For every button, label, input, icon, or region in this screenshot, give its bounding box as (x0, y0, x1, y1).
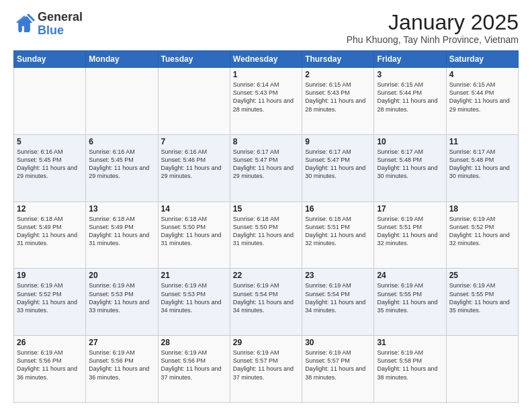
day-number: 13 (89, 204, 154, 214)
column-header-sunday: Sunday (14, 51, 86, 68)
calendar-cell: 25Sunrise: 6:19 AM Sunset: 5:55 PM Dayli… (446, 269, 518, 336)
day-number: 11 (449, 137, 515, 146)
day-number: 3 (377, 70, 443, 79)
day-info: Sunrise: 6:18 AM Sunset: 5:50 PM Dayligh… (161, 215, 227, 248)
calendar-cell: 22Sunrise: 6:19 AM Sunset: 5:54 PM Dayli… (230, 269, 302, 336)
day-info: Sunrise: 6:15 AM Sunset: 5:44 PM Dayligh… (449, 81, 515, 113)
day-number: 18 (449, 204, 515, 214)
calendar-week-row: 12Sunrise: 6:18 AM Sunset: 5:49 PM Dayli… (14, 201, 519, 269)
day-number: 17 (377, 204, 443, 214)
day-number: 6 (89, 137, 154, 146)
title-block: January 2025 Phu Khuong, Tay Ninh Provin… (347, 11, 519, 45)
calendar-cell: 17Sunrise: 6:19 AM Sunset: 5:51 PM Dayli… (374, 201, 446, 269)
calendar-cell: 9Sunrise: 6:17 AM Sunset: 5:47 PM Daylig… (302, 134, 374, 201)
calendar-cell: 18Sunrise: 6:19 AM Sunset: 5:52 PM Dayli… (446, 201, 518, 269)
calendar-cell: 28Sunrise: 6:19 AM Sunset: 5:56 PM Dayli… (158, 336, 230, 403)
logo: General Blue (13, 11, 83, 38)
day-number: 25 (449, 271, 515, 280)
column-header-thursday: Thursday (302, 51, 374, 68)
calendar-cell: 16Sunrise: 6:18 AM Sunset: 5:51 PM Dayli… (302, 201, 374, 269)
calendar-cell: 30Sunrise: 6:19 AM Sunset: 5:57 PM Dayli… (302, 336, 374, 403)
day-number: 22 (233, 271, 299, 280)
day-number: 31 (377, 338, 443, 347)
day-number: 28 (161, 338, 227, 347)
calendar-cell: 11Sunrise: 6:17 AM Sunset: 5:48 PM Dayli… (446, 134, 518, 201)
day-info: Sunrise: 6:16 AM Sunset: 5:45 PM Dayligh… (17, 148, 83, 181)
column-header-tuesday: Tuesday (158, 51, 230, 68)
calendar-cell: 3Sunrise: 6:15 AM Sunset: 5:44 PM Daylig… (374, 68, 446, 135)
calendar-cell: 7Sunrise: 6:16 AM Sunset: 5:46 PM Daylig… (158, 134, 230, 201)
day-info: Sunrise: 6:15 AM Sunset: 5:44 PM Dayligh… (377, 81, 443, 113)
logo-blue: Blue (38, 24, 64, 37)
calendar-cell: 27Sunrise: 6:19 AM Sunset: 5:56 PM Dayli… (86, 336, 158, 403)
calendar-cell: 4Sunrise: 6:15 AM Sunset: 5:44 PM Daylig… (446, 68, 518, 135)
calendar-cell: 24Sunrise: 6:19 AM Sunset: 5:55 PM Dayli… (374, 269, 446, 336)
day-number: 9 (305, 137, 371, 146)
calendar-table: SundayMondayTuesdayWednesdayThursdayFrid… (13, 50, 519, 403)
location: Phu Khuong, Tay Ninh Province, Vietnam (347, 34, 519, 45)
day-number: 20 (89, 271, 154, 280)
day-info: Sunrise: 6:16 AM Sunset: 5:46 PM Dayligh… (161, 148, 227, 181)
calendar-cell: 21Sunrise: 6:19 AM Sunset: 5:53 PM Dayli… (158, 269, 230, 336)
calendar-week-row: 26Sunrise: 6:19 AM Sunset: 5:56 PM Dayli… (14, 336, 519, 403)
day-info: Sunrise: 6:16 AM Sunset: 5:45 PM Dayligh… (89, 148, 154, 181)
calendar-cell: 29Sunrise: 6:19 AM Sunset: 5:57 PM Dayli… (230, 336, 302, 403)
day-info: Sunrise: 6:19 AM Sunset: 5:53 PM Dayligh… (161, 281, 227, 314)
column-header-friday: Friday (374, 51, 446, 68)
day-number: 4 (449, 70, 515, 79)
calendar-week-row: 5Sunrise: 6:16 AM Sunset: 5:45 PM Daylig… (14, 134, 519, 201)
page: General Blue January 2025 Phu Khuong, Ta… (0, 0, 532, 411)
day-number: 26 (17, 338, 83, 347)
day-number: 7 (161, 137, 227, 146)
day-info: Sunrise: 6:19 AM Sunset: 5:57 PM Dayligh… (233, 349, 299, 381)
calendar-cell (14, 68, 86, 135)
logo-icon (13, 13, 35, 35)
day-number: 30 (305, 338, 371, 347)
calendar-header-row: SundayMondayTuesdayWednesdayThursdayFrid… (14, 51, 519, 68)
day-info: Sunrise: 6:19 AM Sunset: 5:56 PM Dayligh… (89, 349, 154, 381)
calendar-cell: 6Sunrise: 6:16 AM Sunset: 5:45 PM Daylig… (86, 134, 158, 201)
calendar-cell (446, 336, 518, 403)
calendar-cell: 5Sunrise: 6:16 AM Sunset: 5:45 PM Daylig… (14, 134, 86, 201)
day-info: Sunrise: 6:18 AM Sunset: 5:49 PM Dayligh… (17, 215, 83, 248)
column-header-wednesday: Wednesday (230, 51, 302, 68)
day-info: Sunrise: 6:18 AM Sunset: 5:49 PM Dayligh… (89, 215, 154, 248)
calendar-cell: 2Sunrise: 6:15 AM Sunset: 5:43 PM Daylig… (302, 68, 374, 135)
day-number: 19 (17, 271, 83, 280)
calendar-cell (86, 68, 158, 135)
calendar-cell: 10Sunrise: 6:17 AM Sunset: 5:48 PM Dayli… (374, 134, 446, 201)
day-info: Sunrise: 6:19 AM Sunset: 5:51 PM Dayligh… (377, 215, 443, 248)
calendar-cell: 23Sunrise: 6:19 AM Sunset: 5:54 PM Dayli… (302, 269, 374, 336)
day-info: Sunrise: 6:19 AM Sunset: 5:54 PM Dayligh… (233, 281, 299, 314)
logo-text-block: General Blue (38, 11, 83, 38)
calendar-cell: 1Sunrise: 6:14 AM Sunset: 5:43 PM Daylig… (230, 68, 302, 135)
day-info: Sunrise: 6:17 AM Sunset: 5:47 PM Dayligh… (305, 148, 371, 181)
day-info: Sunrise: 6:17 AM Sunset: 5:47 PM Dayligh… (233, 148, 299, 181)
column-header-saturday: Saturday (446, 51, 518, 68)
calendar-cell: 14Sunrise: 6:18 AM Sunset: 5:50 PM Dayli… (158, 201, 230, 269)
day-number: 2 (305, 70, 371, 79)
calendar-week-row: 1Sunrise: 6:14 AM Sunset: 5:43 PM Daylig… (14, 68, 519, 135)
calendar-cell: 13Sunrise: 6:18 AM Sunset: 5:49 PM Dayli… (86, 201, 158, 269)
day-info: Sunrise: 6:17 AM Sunset: 5:48 PM Dayligh… (449, 148, 515, 181)
day-number: 23 (305, 271, 371, 280)
day-info: Sunrise: 6:19 AM Sunset: 5:57 PM Dayligh… (305, 349, 371, 381)
calendar-week-row: 19Sunrise: 6:19 AM Sunset: 5:52 PM Dayli… (14, 269, 519, 336)
calendar-cell: 20Sunrise: 6:19 AM Sunset: 5:53 PM Dayli… (86, 269, 158, 336)
day-info: Sunrise: 6:19 AM Sunset: 5:55 PM Dayligh… (449, 281, 515, 314)
day-info: Sunrise: 6:19 AM Sunset: 5:52 PM Dayligh… (449, 215, 515, 248)
day-info: Sunrise: 6:18 AM Sunset: 5:50 PM Dayligh… (233, 215, 299, 248)
logo-general: General (38, 10, 83, 24)
calendar-cell: 15Sunrise: 6:18 AM Sunset: 5:50 PM Dayli… (230, 201, 302, 269)
day-info: Sunrise: 6:19 AM Sunset: 5:58 PM Dayligh… (377, 349, 443, 381)
day-number: 10 (377, 137, 443, 146)
calendar-cell: 19Sunrise: 6:19 AM Sunset: 5:52 PM Dayli… (14, 269, 86, 336)
month-year: January 2025 (347, 11, 519, 34)
day-info: Sunrise: 6:19 AM Sunset: 5:56 PM Dayligh… (161, 349, 227, 381)
day-number: 1 (233, 70, 299, 79)
calendar-cell: 12Sunrise: 6:18 AM Sunset: 5:49 PM Dayli… (14, 201, 86, 269)
day-info: Sunrise: 6:19 AM Sunset: 5:55 PM Dayligh… (377, 281, 443, 314)
day-number: 24 (377, 271, 443, 280)
day-number: 8 (233, 137, 299, 146)
column-header-monday: Monday (86, 51, 158, 68)
